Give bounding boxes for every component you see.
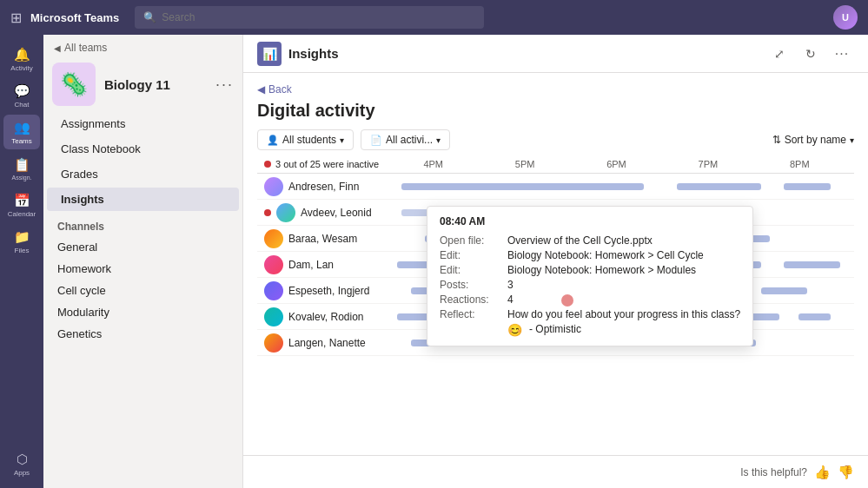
all-students-filter[interactable]: 👤 All students ▾ <box>257 129 354 150</box>
assignments-nav-label: Assign. <box>12 175 32 181</box>
tooltip-open-file-value: Overview of the Cell Cycle.pptx <box>507 234 653 247</box>
team-avatar: 🦠 <box>52 63 96 106</box>
teams-icon: 👥 <box>14 120 30 135</box>
digital-activity-area: ◀ Back Digital activity 👤 All students ▾… <box>243 73 868 455</box>
thumbs-down-icon[interactable]: 👎 <box>838 465 854 480</box>
student-name: Dam, Lan <box>288 259 334 271</box>
calendar-label: Calendar <box>8 210 36 218</box>
time-header-5pm: 5PM <box>515 159 535 169</box>
tooltip-reflect-row: Reflect: How do you feel about your prog… <box>440 308 740 320</box>
tooltip-reflect-mood-row: 😊 - Optimistic <box>440 323 740 337</box>
tooltip-edit1-value: Biology Notebook: Homework > Cell Cycle <box>507 249 704 261</box>
sidebar-nav-item-assignments[interactable]: Assignments <box>47 112 239 135</box>
students-icon: 👤 <box>267 135 279 146</box>
tooltip-edit2-row: Edit: Biology Notebook: Homework > Modul… <box>440 264 740 276</box>
channel-item-homework[interactable]: Homework <box>43 258 242 280</box>
calendar-icon: 📅 <box>14 193 30 208</box>
nav-item-chat[interactable]: 💬 Chat <box>3 78 40 113</box>
nav-item-files[interactable]: 📁 Files <box>3 224 40 259</box>
search-icon: 🔍 <box>143 11 156 23</box>
sidebar-nav-item-insights[interactable]: Insights <box>47 188 239 211</box>
search-input[interactable] <box>162 11 475 23</box>
student-name: Baraa, Wesam <box>288 233 357 245</box>
sort-chevron-icon: ▾ <box>850 135 854 145</box>
nav-item-assignments[interactable]: 📋 Assign. <box>3 151 40 186</box>
tooltip-posts-row: Posts: 3 <box>440 279 740 291</box>
sidebar-nav-item-grades[interactable]: Grades <box>47 162 239 186</box>
sidebar: ◀ All teams 🦠 Biology 11 ··· Assignments… <box>43 35 243 488</box>
expand-btn[interactable]: ⤢ <box>767 42 792 66</box>
insights-icon: 📊 <box>257 42 282 66</box>
team-menu-btn[interactable]: ··· <box>215 76 234 94</box>
sort-icon: ⇅ <box>772 134 781 146</box>
all-activity-filter[interactable]: 📄 All activi... ▾ <box>361 129 450 150</box>
all-teams-label: All teams <box>64 42 107 54</box>
back-label: Back <box>268 83 292 96</box>
more-options-btn[interactable]: ··· <box>830 42 854 66</box>
teams-label: Teams <box>11 137 32 145</box>
assignments-nav-icon: 📋 <box>14 157 30 173</box>
insights-header: 📊 Insights ⤢ ↻ ··· <box>243 35 868 73</box>
channel-item-genetics[interactable]: Genetics <box>43 323 242 345</box>
student-name: Kovalev, Rodion <box>288 311 364 323</box>
user-avatar[interactable]: U <box>833 5 858 30</box>
inactive-row-dot <box>264 209 271 216</box>
files-icon: 📁 <box>14 229 30 245</box>
sort-by-button[interactable]: ⇅ Sort by name ▾ <box>772 134 854 146</box>
inactive-banner: 3 out of 25 were inactive <box>264 159 381 169</box>
activity-chevron-icon: ▾ <box>436 135 441 145</box>
tooltip-posts-label: Posts: <box>440 279 500 291</box>
avatar <box>264 177 283 196</box>
tooltip-edit2-label: Edit: <box>440 264 500 276</box>
tooltip-posts-value: 3 <box>507 279 514 291</box>
activity-tooltip: 08:40 AM Open file: Overview of the Cell… <box>427 206 753 346</box>
app-nav: 🔔 Activity 💬 Chat 👥 Teams 📋 Assign. 📅 Ca… <box>0 35 43 488</box>
sidebar-nav-item-class-notebook[interactable]: Class Notebook <box>47 137 239 161</box>
tooltip-reactions-value: 4 <box>507 293 514 306</box>
refresh-btn[interactable]: ↻ <box>798 42 823 66</box>
tooltip-open-file-label: Open file: <box>440 234 500 247</box>
avatar <box>276 203 295 222</box>
reflect-mood: - Optimistic <box>529 323 581 337</box>
student-name: Andresen, Finn <box>288 181 359 193</box>
team-info: 🦠 Biology 11 ··· <box>43 57 242 111</box>
channel-item-modularity[interactable]: Modularity <box>43 301 242 323</box>
time-header-4pm: 4PM <box>423 159 443 169</box>
tooltip-reflect-label: Reflect: <box>440 308 500 320</box>
nav-item-calendar[interactable]: 📅 Calendar <box>3 188 40 222</box>
all-teams-btn[interactable]: ◀ All teams <box>43 35 242 57</box>
search-bar: 🔍 <box>135 6 484 29</box>
activity-filter-icon: 📄 <box>370 135 382 146</box>
inactive-count-label: 3 out of 25 were inactive <box>275 159 379 169</box>
tooltip-reactions-row: Reactions: 4 <box>440 293 740 306</box>
chevron-left-icon: ◀ <box>54 43 61 53</box>
student-name: Langen, Nanette <box>288 337 366 349</box>
back-button[interactable]: ◀ Back <box>257 83 854 96</box>
feedback-bar: Is this helpful? 👍 👎 <box>243 455 868 488</box>
table-row: Andresen, Finn <box>257 174 854 200</box>
inactive-dot <box>264 161 271 168</box>
tooltip-reflect-value: How do you feel about your progress in t… <box>507 308 740 320</box>
thumbs-up-icon[interactable]: 👍 <box>814 465 831 480</box>
nav-item-apps[interactable]: ⬡ Apps <box>3 446 40 481</box>
sort-by-label: Sort by name <box>785 134 846 146</box>
students-chevron-icon: ▾ <box>340 135 344 145</box>
nav-item-teams[interactable]: 👥 Teams <box>3 115 40 149</box>
grid-icon[interactable]: ⊞ <box>10 10 22 26</box>
topbar: ⊞ Microsoft Teams 🔍 U <box>0 0 868 35</box>
back-chevron-icon: ◀ <box>257 83 265 96</box>
channels-section-title: Channels <box>43 212 242 236</box>
channel-item-cell-cycle[interactable]: Cell cycle <box>43 280 242 301</box>
app-title: Microsoft Teams <box>30 11 119 24</box>
all-students-label: All students <box>282 134 336 146</box>
activity-icon: 🔔 <box>14 47 30 63</box>
helpful-label: Is this helpful? <box>740 466 807 478</box>
chat-label: Chat <box>15 101 30 109</box>
insights-panel-title: Insights <box>288 46 339 61</box>
timeline-area: 3 out of 25 were inactive 4PM 5PM 6PM 7P… <box>257 155 854 455</box>
nav-item-activity[interactable]: 🔔 Activity <box>3 42 40 76</box>
tooltip-time: 08:40 AM <box>440 215 740 228</box>
main-panel: 📊 Insights ⤢ ↻ ··· ◀ Back Digital activi… <box>243 35 868 488</box>
all-activity-label: All activi... <box>386 134 433 146</box>
channel-item-general[interactable]: General <box>43 236 242 258</box>
